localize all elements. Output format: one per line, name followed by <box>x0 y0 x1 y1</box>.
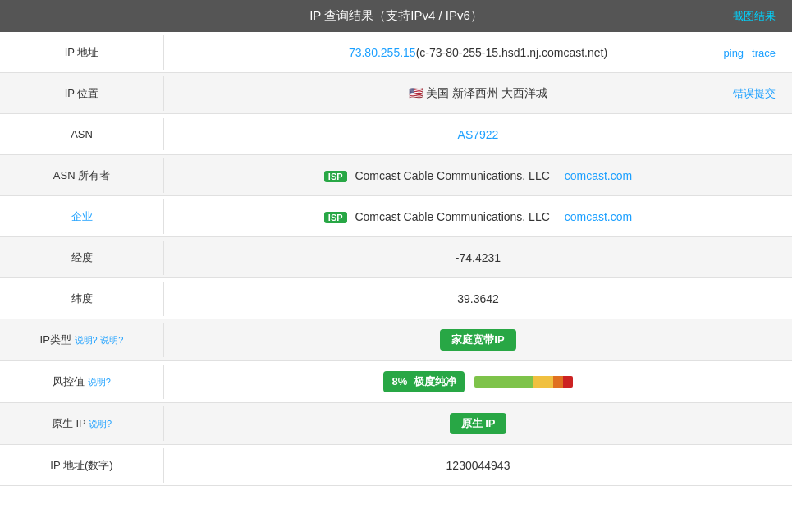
table-row: IP 位置 🇺🇸 美国 新泽西州 大西洋城 错误提交 <box>0 73 792 114</box>
table-row: 纬度 39.3642 <box>0 278 792 319</box>
label-asn-owner: ASN 所有者 <box>0 158 164 193</box>
ip-address-text: 73.80.255.15(c-73-80-255-15.hsd1.nj.comc… <box>349 46 607 59</box>
value-asn: AS7922 <box>164 118 792 151</box>
label-asn: ASN <box>0 118 164 150</box>
ping-link[interactable]: ping <box>724 46 744 58</box>
risk-badge: 8% 极度纯净 <box>383 371 464 392</box>
label-ip-type: IP类型 说明? 说明? <box>0 323 164 357</box>
risk-bar-yellow <box>533 376 553 388</box>
location-text: 美国 新泽西州 大西洋城 <box>426 86 547 99</box>
header-title: IP 查询结果（支持IPv4 / IPv6） <box>309 8 483 22</box>
label-native-ip: 原生 IP 说明? <box>0 406 164 441</box>
table-row: 企业 ISP Comcast Cable Communications, LLC… <box>0 196 792 237</box>
asn-owner-link[interactable]: comcast.com <box>565 169 632 182</box>
value-native-ip: 原生 IP <box>164 403 792 444</box>
label-ip-numeric: IP 地址(数字) <box>0 448 164 483</box>
asn-owner-text: Comcast Cable Communications, LLC— <box>355 169 561 182</box>
enterprise-label-link[interactable]: 企业 <box>71 210 93 222</box>
risk-bar-orange <box>553 376 563 388</box>
ip-numeric-text: 1230044943 <box>446 459 510 472</box>
value-latitude: 39.3642 <box>164 282 792 315</box>
result-table: IP 地址 73.80.255.15(c-73-80-255-15.hsd1.n… <box>0 32 792 486</box>
table-row: ASN AS7922 <box>0 114 792 155</box>
label-ip-location: IP 位置 <box>0 76 164 111</box>
value-longitude: -74.4231 <box>164 241 792 274</box>
label-ip-address: IP 地址 <box>0 35 164 70</box>
risk-container: 8% 极度纯净 <box>383 371 572 392</box>
risk-hint-link[interactable]: 说明? <box>88 377 111 387</box>
trace-link[interactable]: trace <box>752 46 776 58</box>
table-row: IP类型 说明? 说明? 家庭宽带IP <box>0 319 792 361</box>
value-asn-owner: ISP Comcast Cable Communications, LLC— c… <box>164 159 792 192</box>
longitude-text: -74.4231 <box>456 251 501 264</box>
ip-type-tag: 家庭宽带IP <box>440 329 515 351</box>
value-ip-address: 73.80.255.15(c-73-80-255-15.hsd1.nj.comc… <box>164 36 792 69</box>
value-risk-score: 8% 极度纯净 <box>164 361 792 402</box>
table-row: ASN 所有者 ISP Comcast Cable Communications… <box>0 155 792 196</box>
table-row: 风控值 说明? 8% 极度纯净 <box>0 361 792 403</box>
native-ip-hint-link[interactable]: 说明? <box>89 419 112 429</box>
label-longitude: 经度 <box>0 241 164 275</box>
table-row: IP 地址(数字) 1230044943 <box>0 445 792 486</box>
value-enterprise: ISP Comcast Cable Communications, LLC— c… <box>164 200 792 233</box>
label-enterprise: 企业 <box>0 200 164 234</box>
isp-badge: ISP <box>324 171 347 182</box>
enterprise-link[interactable]: comcast.com <box>565 210 632 223</box>
enterprise-text: Comcast Cable Communications, LLC— <box>355 210 561 223</box>
correction-link[interactable]: 错误提交 <box>733 86 776 101</box>
table-row: 经度 -74.4231 <box>0 237 792 278</box>
asn-link[interactable]: AS7922 <box>458 128 499 141</box>
value-ip-type: 家庭宽带IP <box>164 319 792 360</box>
risk-bar-green <box>474 376 533 388</box>
label-latitude: 纬度 <box>0 282 164 316</box>
ip-address-link[interactable]: 73.80.255.15 <box>349 46 416 59</box>
table-row: IP 地址 73.80.255.15(c-73-80-255-15.hsd1.n… <box>0 32 792 73</box>
risk-bar <box>474 376 573 388</box>
isp-badge-2: ISP <box>324 212 347 223</box>
ip-type-hint-link[interactable]: 说明? <box>75 335 98 345</box>
latitude-text: 39.3642 <box>457 292 499 305</box>
native-ip-tag: 原生 IP <box>450 413 507 434</box>
value-ip-location: 🇺🇸 美国 新泽西州 大西洋城 错误提交 <box>164 76 792 111</box>
label-risk-score: 风控值 说明? <box>0 365 164 399</box>
risk-bar-red <box>563 376 573 388</box>
screenshot-link[interactable]: 截图结果 <box>733 9 776 24</box>
page-header: IP 查询结果（支持IPv4 / IPv6） 截图结果 <box>0 0 792 32</box>
flag-icon: 🇺🇸 <box>409 86 426 99</box>
value-ip-numeric: 1230044943 <box>164 449 792 482</box>
table-row: 原生 IP 说明? 原生 IP <box>0 403 792 445</box>
ip-type-hint-link2[interactable]: 说明? <box>100 335 123 345</box>
